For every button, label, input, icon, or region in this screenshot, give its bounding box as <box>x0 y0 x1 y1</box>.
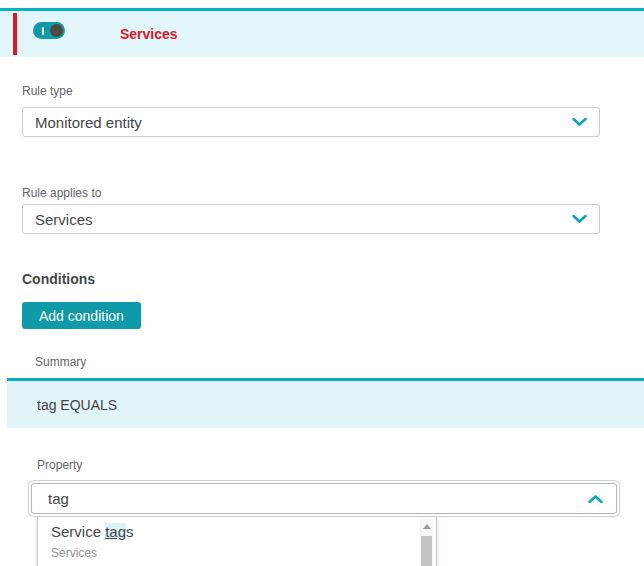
rule-type-value: Monitored entity <box>35 114 142 131</box>
chevron-up-icon[interactable] <box>588 494 603 503</box>
triangle-up-icon <box>423 524 431 529</box>
toggle-on-mark <box>42 27 44 35</box>
error-indicator-stripe <box>13 13 17 55</box>
suggestion-option-label: Service tags <box>51 523 436 541</box>
rule-type-select[interactable]: Monitored entity <box>22 107 600 137</box>
property-label: Property <box>37 458 82 472</box>
property-combobox[interactable] <box>31 483 617 514</box>
rule-type-label: Rule type <box>22 84 73 98</box>
rule-editor-panel: Services Rule type Monitored entity Rule… <box>0 0 644 566</box>
rule-title: Services <box>120 11 178 57</box>
scrollbar-thumb[interactable] <box>421 536 432 566</box>
suggestion-option-sublabel: Services <box>51 546 436 560</box>
match-highlight: tag <box>105 523 126 540</box>
scroll-up-button[interactable] <box>420 519 433 534</box>
toggle-knob <box>50 24 63 37</box>
property-suggestions-dropdown: Service tags Services <box>37 516 437 566</box>
rule-applies-to-label: Rule applies to <box>22 186 101 200</box>
property-input[interactable] <box>32 484 616 513</box>
rule-applies-to-select[interactable]: Services <box>22 204 600 234</box>
condition-summary-row[interactable]: tag EQUALS <box>7 378 644 428</box>
dropdown-scrollbar[interactable] <box>420 519 433 566</box>
summary-column-header: Summary <box>35 355 86 369</box>
rule-enabled-toggle[interactable] <box>33 22 65 39</box>
condition-summary-text: tag EQUALS <box>37 397 117 413</box>
chevron-down-icon <box>572 215 587 224</box>
conditions-heading: Conditions <box>22 271 95 287</box>
add-condition-button[interactable]: Add condition <box>22 302 141 329</box>
suggestion-option-service-tags[interactable]: Service tags Services <box>38 517 436 560</box>
rule-header-card: Services <box>0 8 644 57</box>
chevron-down-icon <box>572 118 587 127</box>
rule-applies-to-value: Services <box>35 211 93 228</box>
